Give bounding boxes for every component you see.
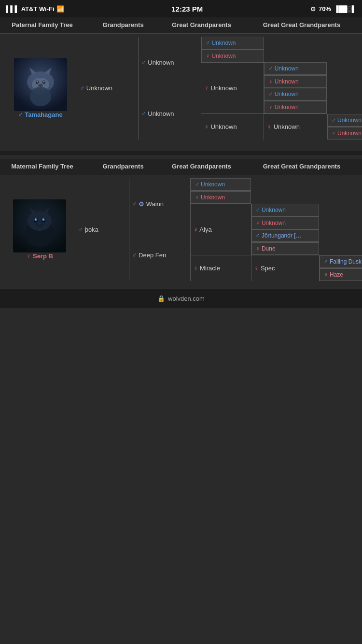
status-bar: ▌▌▌ AT&T Wi-Fi 📶 12:23 PM ⊙ 70% ▐██░▌ [0,0,362,17]
signal-icon: ▌▌▌ [6,5,19,13]
url-label: wolvden.com [168,295,205,302]
gggp-7: ♂ Unknown [327,114,362,127]
status-right: ⊙ 70% ▐██░▌ [310,5,356,13]
maternal-header: Maternal Family Tree Grandparents Great … [0,159,362,175]
ggp-pf-female: ♀ Unknown [264,114,327,140]
gggp-m7: ♂ Falling Dusk [319,255,362,268]
gggp-3-box[interactable]: ♂ Unknown [264,62,327,75]
ggp-pm-male: ♂ Unknown [138,37,201,88]
table-row: ♂ Tamahagane ♂ Unknown ♂ Un [4,37,362,50]
gp-female-maternal-label[interactable]: ♀ Miracle [191,263,251,274]
battery-label: 70% [319,5,331,13]
gggp-8-box[interactable]: ♀ Unknown [327,127,362,140]
svg-point-10 [38,84,43,87]
gp-male-paternal: ♂ Unknown [77,37,138,140]
gp-female-label[interactable]: ♀ Unknown [201,121,264,132]
ggp-wainn: ♂ ⚙ Wainn [129,178,190,230]
gggp-3: ♂ Unknown [264,62,327,75]
ggp-pm-female: ♀ Unknown [201,62,264,114]
gp-male-label[interactable]: ♂ Unknown [77,83,138,94]
gggp-7-box[interactable]: ♂ Unknown [327,114,362,126]
wifi-icon: 📶 [56,5,64,13]
gggp-2: ♀ Unknown [201,49,264,62]
maternal-col3-header: Great Grandparents [162,159,241,175]
ggp-wainn-label[interactable]: ♂ ⚙ Wainn [129,198,190,210]
gggp-4: ♀ Unknown [264,75,327,88]
svg-point-14 [28,211,52,231]
gggp-m8: ♀ Haze [319,268,362,281]
svg-point-19 [35,218,37,221]
gp-male-icon: ♂ [80,84,84,92]
gggp-m5: ♂ Jörtungandr [… [251,229,319,242]
gggp-2-box[interactable]: ♀ Unknown [201,50,264,62]
wolf-card-paternal[interactable]: ♂ Tamahagane [4,56,77,120]
ggp-deepfen: ♂ Deep Fen [129,229,190,281]
wolf-cell-maternal: ♀ Serp B [4,178,75,281]
gggp-m5-box[interactable]: ♂ Jörtungandr [… [251,229,320,242]
gggp-m8-box[interactable]: ♀ Haze [320,268,362,281]
gggp-m7-box[interactable]: ♂ Falling Dusk [320,255,362,268]
gggp-5: ♂ Unknown [264,88,327,101]
ggp-alya-label[interactable]: ♀ Alya [191,224,251,235]
bottom-bar: 🔒 wolvden.com [0,289,362,308]
gggp-m1: ♂ Unknown [190,178,251,191]
svg-point-20 [42,218,45,221]
ggp-pf-female-label[interactable]: ♀ Unknown [264,121,326,132]
wolf-cell-paternal: ♂ Tamahagane [4,37,77,140]
gggp-m2: ♀ Unknown [190,191,251,204]
status-left: ▌▌▌ AT&T Wi-Fi 📶 [6,5,64,13]
gggp-m4: ♀ Unknown [251,217,319,230]
paternal-col4-header: Great Great Grandparents [241,17,362,33]
gggp-m3-box[interactable]: ♂ Unknown [251,204,320,216]
wolf-image-paternal [14,58,67,111]
gp-male-maternal: ♂ þoka [75,178,129,281]
battery-icon: ▐██░▌ [334,5,356,13]
wolf-name-paternal: ♂ Tamahagane [18,111,63,118]
gggp-6: ♀ Unknown [264,101,327,114]
svg-point-9 [43,81,44,83]
ggp-pf-male-label[interactable]: ♂ Unknown [139,108,201,119]
lock-icon: 🔒 [157,295,165,302]
ggp-pf-male: ♂ Unknown [138,88,201,140]
maternal-tree-table: ♀ Serp B ♂ þoka ♂ ⚙ [4,178,362,281]
time-display: 12:23 PM [171,5,203,13]
wolf-card-maternal[interactable]: ♀ Serp B [4,197,75,262]
paternal-header: Paternal Family Tree Grandparents Great … [0,17,362,34]
gggp-m6: ♀ Dune [251,242,319,255]
paternal-col3-header: Great Grandparents [162,17,241,33]
ggp-pm-female-label[interactable]: ♀ Unknown [201,83,264,94]
ggp-spec-label[interactable]: ♀ Spec [251,263,319,274]
wolf-gender-icon-maternal: ♀ [27,252,31,260]
svg-point-11 [30,87,51,106]
gggp-1: ♂ Unknown [201,37,264,50]
gggp-m2-box[interactable]: ♀ Unknown [191,191,251,204]
gp-female-paternal: ♀ Unknown [201,114,264,140]
gggp-m6-box[interactable]: ♀ Dune [251,242,320,255]
ggp-deepfen-label[interactable]: ♂ Deep Fen [129,250,190,261]
gggp-8: ♀ Unknown [327,126,362,140]
gggp-m1-box[interactable]: ♂ Unknown [191,178,251,191]
paternal-col2-header: Grandparents [84,17,162,33]
svg-point-24 [38,222,42,224]
gggp-m4-box[interactable]: ♀ Unknown [251,217,320,229]
svg-point-8 [36,81,38,83]
gggp-5-box[interactable]: ♂ Unknown [264,88,327,100]
maternal-col1-header: Maternal Family Tree [0,159,84,175]
ggp-spec: ♀ Spec [251,255,319,281]
gggp-4-box[interactable]: ♀ Unknown [264,75,327,88]
gp-male-maternal-label[interactable]: ♂ þoka [75,224,128,235]
carrier-label: AT&T Wi-Fi [21,5,55,13]
gggp-6-box[interactable]: ♀ Unknown [264,101,327,113]
svg-point-22 [42,218,43,220]
maternal-col2-header: Grandparents [84,159,162,175]
gp-female-maternal: ♀ Miracle [190,255,251,281]
table-row: ♀ Serp B ♂ þoka ♂ ⚙ [4,178,362,191]
svg-point-21 [35,218,36,220]
gggp-1-box[interactable]: ♂ Unknown [201,37,264,49]
maternal-tree: ♀ Serp B ♂ þoka ♂ ⚙ [0,175,362,289]
wolf-name-maternal: ♀ Serp B [27,252,53,260]
ggp-alya: ♀ Alya [190,204,251,255]
ggp-pm-male-label[interactable]: ♂ Unknown [139,57,201,68]
screen-lock-icon: ⊙ [310,5,316,13]
paternal-tree-table: ♂ Tamahagane ♂ Unknown ♂ Un [4,37,362,140]
